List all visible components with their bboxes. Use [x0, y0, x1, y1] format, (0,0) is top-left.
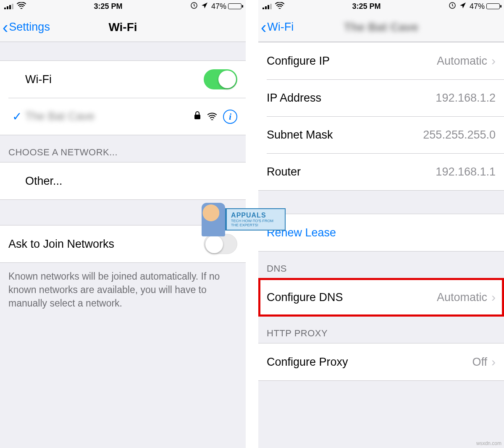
ask-to-join-footer: Known networks will be joined automatica…	[0, 263, 246, 317]
configure-ip-row[interactable]: Configure IP Automatic ›	[258, 42, 504, 79]
iphone-screen-network-detail: 3:25 PM 47% ‹ Wi-Fi The Bat Cave	[258, 0, 504, 448]
ask-to-join-label: Ask to Join Networks	[8, 238, 114, 251]
nav-bar: ‹ Settings Wi-Fi	[0, 13, 246, 42]
ip-address-label: IP Address	[267, 92, 321, 105]
subnet-mask-row: Subnet Mask 255.255.255.0	[267, 116, 504, 153]
checkmark-icon: ✓	[12, 110, 22, 123]
status-bar: 3:25 PM 47%	[258, 0, 504, 13]
back-button[interactable]: ‹ Wi-Fi	[258, 19, 294, 36]
chevron-left-icon: ‹	[3, 19, 8, 36]
back-label: Wi-Fi	[267, 21, 294, 34]
network-name: The Bat Cave	[25, 110, 94, 123]
status-bar: 3:25 PM 47%	[0, 0, 246, 13]
configure-dns-value: Automatic	[437, 291, 487, 304]
chevron-right-icon: ›	[491, 54, 496, 68]
other-label: Other...	[25, 175, 63, 188]
choose-network-header: CHOOSE A NETWORK...	[0, 135, 246, 162]
rotation-lock-icon	[449, 2, 456, 11]
chevron-right-icon: ›	[491, 355, 496, 369]
watermark-tagline: TECH HOW-TO'S FROM THE EXPERTS!	[231, 219, 281, 228]
status-time: 3:25 PM	[352, 2, 381, 11]
subnet-mask-value: 255.255.255.0	[423, 128, 496, 141]
wifi-strength-icon	[207, 110, 217, 123]
cartoon-mascot-icon	[202, 203, 225, 236]
svg-rect-1	[194, 115, 200, 119]
connected-network-row[interactable]: ✓ The Bat Cave i	[8, 98, 246, 135]
ip-address-row: IP Address 192.168.1.2	[267, 79, 504, 116]
wifi-toggle-row: Wi-Fi	[0, 61, 246, 98]
rotation-lock-icon	[190, 2, 198, 11]
router-value: 192.168.1.1	[436, 165, 496, 178]
chevron-left-icon: ‹	[261, 19, 266, 36]
other-network-row[interactable]: Other...	[0, 162, 246, 199]
nav-title: The Bat Cave	[258, 21, 504, 34]
lock-icon	[194, 110, 201, 123]
configure-proxy-label: Configure Proxy	[267, 356, 348, 369]
cellular-signal-icon	[262, 3, 272, 9]
configure-proxy-value: Off	[472, 356, 487, 369]
status-time: 3:25 PM	[94, 2, 122, 11]
router-row: Router 192.168.1.1	[267, 153, 504, 190]
battery-percent: 47%	[211, 2, 226, 11]
renew-lease-button[interactable]: Renew Lease	[258, 214, 504, 251]
configure-dns-label: Configure DNS	[267, 291, 343, 304]
wifi-label: Wi-Fi	[25, 73, 52, 86]
configure-ip-value: Automatic	[437, 55, 487, 68]
router-label: Router	[267, 165, 301, 178]
wifi-toggle[interactable]	[204, 69, 237, 89]
battery-icon	[228, 3, 242, 9]
http-proxy-header: HTTP PROXY	[258, 316, 504, 343]
dns-header: DNS	[258, 252, 504, 278]
ip-address-value: 192.168.1.2	[436, 92, 496, 105]
battery-percent: 47%	[470, 2, 485, 11]
location-arrow-icon	[201, 2, 208, 11]
back-button[interactable]: ‹ Settings	[0, 19, 50, 36]
chevron-right-icon: ›	[491, 290, 496, 304]
configure-ip-label: Configure IP	[267, 55, 330, 68]
configure-dns-row[interactable]: Configure DNS Automatic ›	[258, 279, 504, 316]
wifi-icon	[275, 2, 284, 11]
wifi-icon	[17, 2, 26, 11]
back-label: Settings	[9, 21, 50, 34]
configure-proxy-row[interactable]: Configure Proxy Off ›	[258, 343, 504, 380]
nav-bar: ‹ Wi-Fi The Bat Cave	[258, 13, 504, 42]
location-arrow-icon	[459, 2, 466, 11]
appuals-watermark: APPUALS TECH HOW-TO'S FROM THE EXPERTS!	[202, 199, 286, 239]
cellular-signal-icon	[4, 3, 13, 9]
info-icon[interactable]: i	[223, 110, 237, 124]
attribution-text: wsxdn.com	[476, 440, 501, 446]
watermark-brand: APPUALS	[231, 212, 281, 219]
subnet-mask-label: Subnet Mask	[267, 128, 333, 141]
battery-icon	[486, 3, 500, 9]
